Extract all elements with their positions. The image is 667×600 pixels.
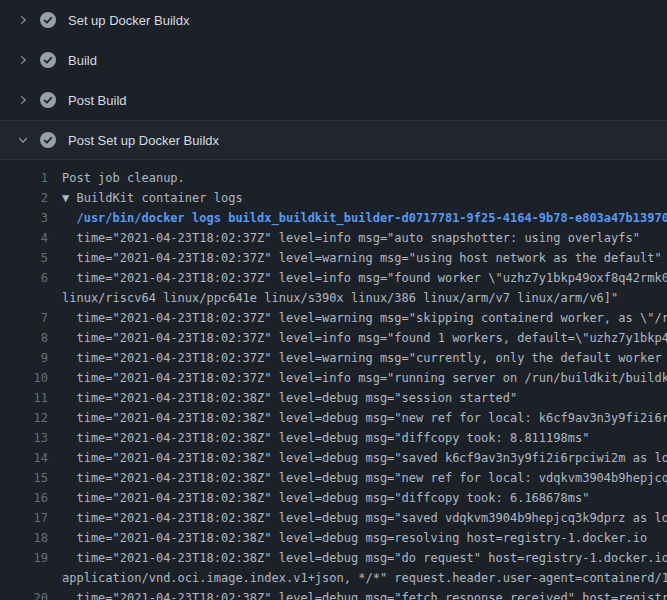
log-line: 20 time="2021-04-23T18:02:38Z" level=deb… — [0, 588, 667, 600]
chevron-right-icon — [16, 53, 30, 67]
step-success-icon — [40, 132, 56, 148]
step-row[interactable]: Build — [0, 40, 667, 80]
log-group-toggle-icon[interactable]: ▼ — [62, 191, 76, 205]
log-line-number[interactable]: 5 — [0, 248, 48, 268]
chevron-down-icon — [16, 133, 30, 147]
chevron-right-icon — [16, 13, 30, 27]
log-line: 4 time="2021-04-23T18:02:37Z" level=info… — [0, 228, 667, 248]
log-line-number[interactable]: 9 — [0, 348, 48, 368]
log-line-number[interactable]: 20 — [0, 588, 48, 600]
log-output: 1Post job cleanup.2▼ BuildKit container … — [0, 160, 667, 600]
log-line-text: ▼ BuildKit container logs — [62, 188, 667, 208]
step-name: Post Build — [68, 93, 127, 108]
log-line-number[interactable]: 7 — [0, 308, 48, 328]
log-line-number[interactable]: 16 — [0, 488, 48, 508]
log-line-text: time="2021-04-23T18:02:38Z" level=debug … — [62, 388, 667, 408]
log-line-number[interactable]: 8 — [0, 328, 48, 348]
log-line-text: time="2021-04-23T18:02:38Z" level=debug … — [62, 408, 667, 428]
log-line-number[interactable]: 6 — [0, 268, 48, 288]
log-line: 14 time="2021-04-23T18:02:38Z" level=deb… — [0, 448, 667, 468]
step-success-icon — [40, 52, 56, 68]
log-line: 1Post job cleanup. — [0, 168, 667, 188]
log-line-text: time="2021-04-23T18:02:37Z" level=info m… — [62, 228, 667, 248]
log-line-number[interactable]: 17 — [0, 508, 48, 528]
log-line: 17 time="2021-04-23T18:02:38Z" level=deb… — [0, 508, 667, 528]
log-line-number[interactable]: 4 — [0, 228, 48, 248]
log-line: 9 time="2021-04-23T18:02:37Z" level=warn… — [0, 348, 667, 368]
log-line-number[interactable]: 15 — [0, 468, 48, 488]
workflow-log-viewer: Set up Docker BuildxBuildPost BuildPost … — [0, 0, 667, 600]
log-line-text: time="2021-04-23T18:02:38Z" level=debug … — [62, 428, 667, 448]
log-line-text: Post job cleanup. — [62, 168, 667, 188]
log-line-text: application/vnd.oci.image.index.v1+json,… — [62, 568, 667, 588]
log-line-number[interactable]: 14 — [0, 448, 48, 468]
chevron-right-icon — [16, 93, 30, 107]
log-line-number[interactable]: 12 — [0, 408, 48, 428]
log-line: 16 time="2021-04-23T18:02:38Z" level=deb… — [0, 488, 667, 508]
log-line-text: time="2021-04-23T18:02:37Z" level=info m… — [62, 268, 667, 288]
log-line-text: time="2021-04-23T18:02:37Z" level=warnin… — [62, 348, 667, 368]
log-line: 3 /usr/bin/docker logs buildx_buildkit_b… — [0, 208, 667, 228]
step-row[interactable]: Post Build — [0, 80, 667, 120]
log-line-number[interactable]: 3 — [0, 208, 48, 228]
log-line: 12 time="2021-04-23T18:02:38Z" level=deb… — [0, 408, 667, 428]
step-row[interactable]: Post Set up Docker Buildx — [0, 120, 667, 160]
log-line-text: time="2021-04-23T18:02:38Z" level=debug … — [62, 488, 667, 508]
log-line-text: time="2021-04-23T18:02:37Z" level=info m… — [62, 328, 667, 348]
log-line-number[interactable]: 11 — [0, 388, 48, 408]
log-line-text: time="2021-04-23T18:02:37Z" level=info m… — [62, 368, 667, 388]
log-line-number[interactable]: 1 — [0, 168, 48, 188]
step-name: Post Set up Docker Buildx — [68, 133, 219, 148]
log-line-text: time="2021-04-23T18:02:38Z" level=debug … — [62, 528, 667, 548]
log-line: 7 time="2021-04-23T18:02:37Z" level=warn… — [0, 308, 667, 328]
log-line: 6 time="2021-04-23T18:02:37Z" level=info… — [0, 268, 667, 288]
log-line: linux/riscv64 linux/ppc641e linux/s390x … — [0, 288, 667, 308]
log-line: 2▼ BuildKit container logs — [0, 188, 667, 208]
log-line: 5 time="2021-04-23T18:02:37Z" level=warn… — [0, 248, 667, 268]
log-line: 19 time="2021-04-23T18:02:38Z" level=deb… — [0, 548, 667, 568]
log-line-number[interactable]: 13 — [0, 428, 48, 448]
log-line-number — [0, 568, 48, 588]
log-line-number[interactable]: 18 — [0, 528, 48, 548]
log-line-text: time="2021-04-23T18:02:38Z" level=debug … — [62, 588, 667, 600]
log-line-text: time="2021-04-23T18:02:37Z" level=warnin… — [62, 308, 667, 328]
log-line-text: time="2021-04-23T18:02:37Z" level=warnin… — [62, 248, 667, 268]
log-line: 15 time="2021-04-23T18:02:38Z" level=deb… — [0, 468, 667, 488]
log-command-text: /usr/bin/docker logs buildx_buildkit_bui… — [62, 208, 667, 228]
step-name: Build — [68, 53, 97, 68]
log-line-text: time="2021-04-23T18:02:38Z" level=debug … — [62, 508, 667, 528]
log-line: 13 time="2021-04-23T18:02:38Z" level=deb… — [0, 428, 667, 448]
log-line-text: time="2021-04-23T18:02:38Z" level=debug … — [62, 448, 667, 468]
step-row[interactable]: Set up Docker Buildx — [0, 0, 667, 40]
log-line-number[interactable]: 19 — [0, 548, 48, 568]
log-line-text: linux/riscv64 linux/ppc641e linux/s390x … — [62, 288, 667, 308]
log-line-number[interactable]: 10 — [0, 368, 48, 388]
log-line: 10 time="2021-04-23T18:02:37Z" level=inf… — [0, 368, 667, 388]
log-line-text: time="2021-04-23T18:02:38Z" level=debug … — [62, 548, 667, 568]
step-list: Set up Docker BuildxBuildPost BuildPost … — [0, 0, 667, 160]
log-line: application/vnd.oci.image.index.v1+json,… — [0, 568, 667, 588]
log-line-number[interactable]: 2 — [0, 188, 48, 208]
log-line-text: time="2021-04-23T18:02:38Z" level=debug … — [62, 468, 667, 488]
log-line-number — [0, 288, 48, 308]
step-success-icon — [40, 92, 56, 108]
log-line: 8 time="2021-04-23T18:02:37Z" level=info… — [0, 328, 667, 348]
log-line: 11 time="2021-04-23T18:02:38Z" level=deb… — [0, 388, 667, 408]
step-success-icon — [40, 12, 56, 28]
log-line: 18 time="2021-04-23T18:02:38Z" level=deb… — [0, 528, 667, 548]
step-name: Set up Docker Buildx — [68, 13, 189, 28]
